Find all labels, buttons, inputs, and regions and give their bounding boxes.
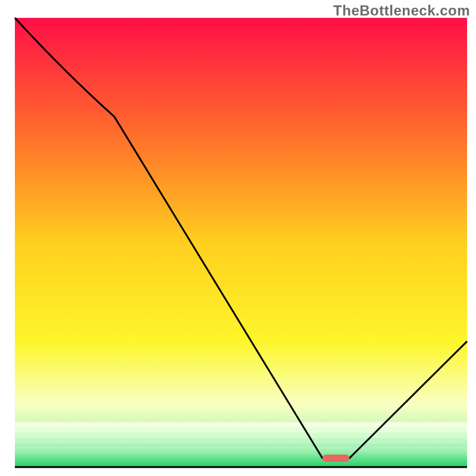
- svg-rect-2: [15, 433, 467, 439]
- bottleneck-chart: [0, 0, 476, 476]
- bottom-strata: [15, 422, 467, 449]
- plot-area: [15, 18, 467, 467]
- svg-rect-4: [15, 444, 467, 449]
- watermark-text: TheBottleneck.com: [333, 2, 470, 19]
- optimum-marker: [322, 455, 350, 462]
- chart-container: TheBottleneck.com: [0, 0, 476, 476]
- svg-rect-1: [15, 428, 467, 433]
- svg-rect-0: [15, 422, 467, 428]
- plot-background: [15, 18, 467, 467]
- svg-rect-3: [15, 439, 467, 444]
